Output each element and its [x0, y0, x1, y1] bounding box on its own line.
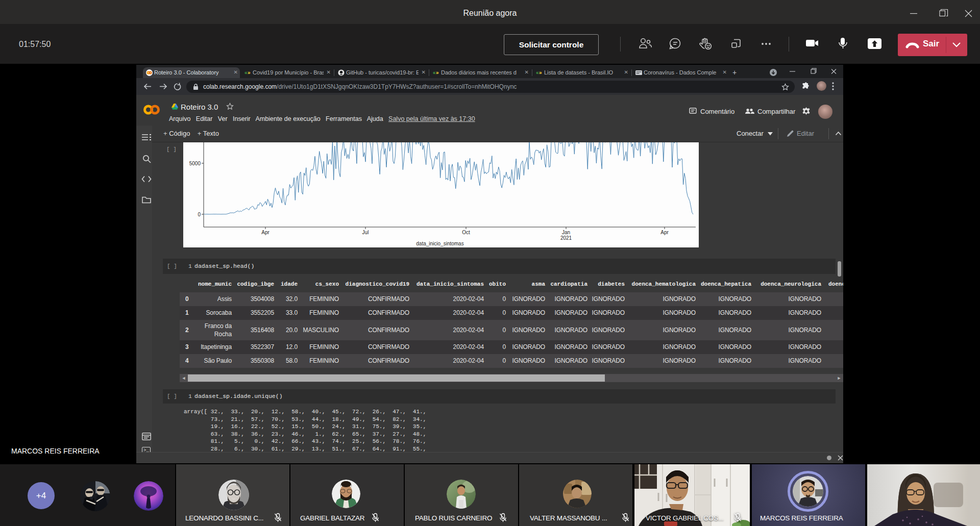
svg-text:0: 0 [198, 212, 201, 217]
svg-text:»: » [248, 70, 251, 76]
svg-text:Oct: Oct [462, 230, 470, 235]
svg-text:»: » [436, 70, 439, 76]
svg-text:Jul: Jul [362, 230, 369, 235]
svg-text:2021: 2021 [560, 235, 572, 241]
svg-text:Apr: Apr [261, 230, 270, 235]
svg-text:Apr: Apr [660, 230, 669, 235]
svg-text:Jan: Jan [562, 230, 570, 235]
svg-text:»: » [539, 70, 542, 76]
svg-text:data_inicio_sintomas: data_inicio_sintomas [416, 241, 463, 246]
svg-text:5000: 5000 [189, 161, 201, 166]
